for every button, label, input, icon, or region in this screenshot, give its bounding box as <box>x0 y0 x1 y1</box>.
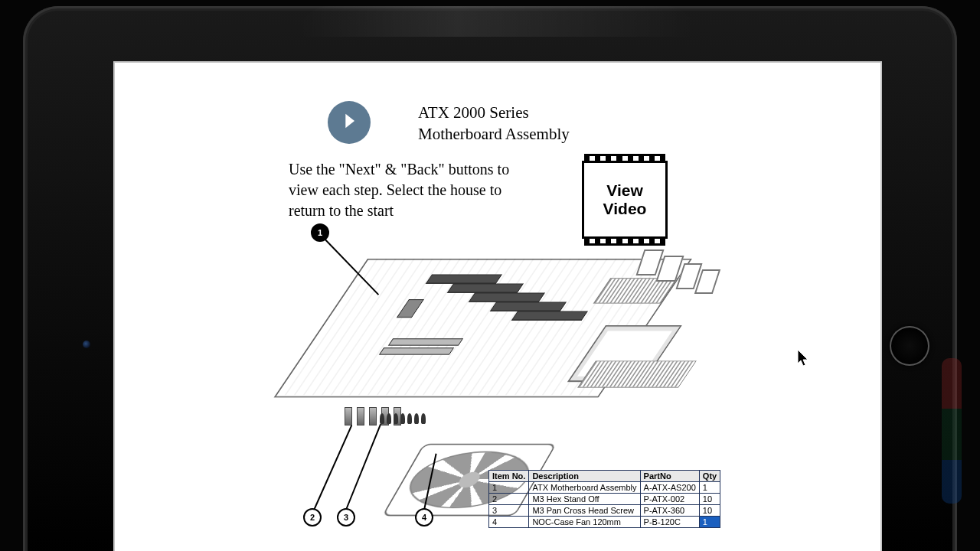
table-cell[interactable]: M3 Pan Cross Head Screw <box>529 505 640 517</box>
table-cell[interactable]: 10 <box>699 494 720 505</box>
table-cell[interactable]: 1 <box>699 482 720 494</box>
table-cell[interactable]: M3 Hex Stand Off <box>529 494 640 505</box>
table-cell[interactable]: 1 <box>699 517 720 528</box>
table-row[interactable]: 4NOC-Case Fan 120mmP-B-120C1 <box>489 517 720 528</box>
callout-balloon-2[interactable]: 2 <box>303 508 322 527</box>
exploded-diagram <box>337 246 712 476</box>
document-title: ATX 2000 Series Motherboard Assembly <box>418 102 570 145</box>
table-cell[interactable]: P-ATX-360 <box>640 505 699 517</box>
callout-balloon-3[interactable]: 3 <box>337 508 355 527</box>
table-cell[interactable]: A-ATX-AS200 <box>640 482 699 494</box>
title-line-2: Motherboard Assembly <box>418 125 570 143</box>
title-line-1: ATX 2000 Series <box>418 103 529 122</box>
bom-header-qty: Qty <box>699 471 720 482</box>
callout-balloon-1[interactable]: 1 <box>311 223 329 242</box>
bom-header-part: PartNo <box>640 471 699 482</box>
table-row[interactable]: 1ATX Motherboard AssemblyA-ATX-AS2001 <box>489 482 720 494</box>
callout-balloon-4[interactable]: 4 <box>415 508 433 527</box>
table-cell[interactable]: P-B-120C <box>640 517 699 528</box>
mouse-cursor-icon <box>797 349 811 370</box>
view-video-button[interactable]: View Video <box>582 161 668 239</box>
table-cell[interactable]: 10 <box>699 505 720 517</box>
film-strip-icon <box>584 154 665 163</box>
video-label-line-2: Video <box>603 200 647 218</box>
document-viewport: ATX 2000 Series Motherboard Assembly Use… <box>113 61 882 551</box>
bom-header-item: Item No. <box>489 471 529 482</box>
tablet-home-button[interactable] <box>890 326 929 366</box>
video-label-line-1: View <box>606 181 642 200</box>
table-row[interactable]: 2M3 Hex Stand OffP-ATX-00210 <box>489 494 720 505</box>
table-cell[interactable]: 3 <box>489 505 529 517</box>
table-cell[interactable]: 1 <box>489 482 529 494</box>
tablet-camera <box>83 341 90 348</box>
next-button[interactable] <box>328 101 371 144</box>
table-cell[interactable]: NOC-Case Fan 120mm <box>529 517 640 528</box>
bom-table[interactable]: Item No. Description PartNo Qty 1ATX Mot… <box>488 470 720 528</box>
table-cell[interactable]: 4 <box>489 517 529 528</box>
bom-header-desc: Description <box>529 471 640 482</box>
table-cell[interactable]: 2 <box>489 494 529 505</box>
instruction-text: Use the "Next" & "Back" buttons to view … <box>289 159 518 221</box>
tablet-frame: ATX 2000 Series Motherboard Assembly Use… <box>23 6 957 551</box>
screws <box>380 413 426 424</box>
table-cell[interactable]: ATX Motherboard Assembly <box>529 482 640 494</box>
film-strip-icon <box>584 236 665 246</box>
table-cell[interactable]: P-ATX-002 <box>640 494 699 505</box>
decorative-stripe <box>942 358 962 504</box>
table-row[interactable]: 3M3 Pan Cross Head ScrewP-ATX-36010 <box>489 505 720 517</box>
chevron-right-icon <box>338 110 360 135</box>
